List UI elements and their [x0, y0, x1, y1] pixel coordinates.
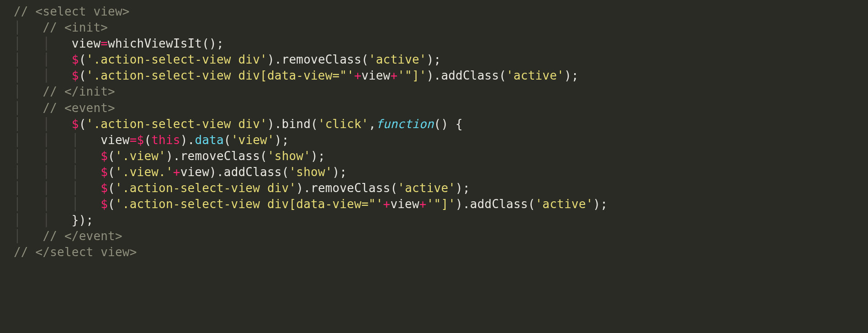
code-line: │ │ }); — [14, 213, 93, 227]
code-token: ); — [427, 53, 441, 66]
code-token: removeClass — [311, 181, 390, 195]
code-token: ); — [311, 149, 325, 163]
code-token: 'show' — [289, 165, 332, 179]
code-token: │ — [14, 101, 42, 115]
code-token: this — [151, 133, 180, 147]
code-token: 'active' — [535, 197, 593, 211]
code-token: = — [101, 37, 108, 50]
code-token: ( — [108, 197, 115, 211]
code-line: │ │ $('.action-select-view div').bind('c… — [14, 117, 463, 131]
code-token: ( — [108, 181, 115, 195]
code-token: ); — [564, 69, 579, 82]
code-line: │ // </init> — [14, 85, 115, 98]
code-token: ( — [108, 149, 115, 163]
code-token: () { — [434, 117, 463, 131]
code-token: addClass — [441, 69, 499, 82]
code-token: 'show' — [267, 149, 311, 163]
code-line: │ // <event> — [14, 101, 115, 115]
code-token: (); — [202, 37, 224, 50]
code-token: bind — [282, 117, 311, 131]
code-token: '.view.' — [115, 165, 173, 179]
code-token: ). — [209, 165, 224, 179]
code-token: 'view' — [231, 133, 275, 147]
code-block: // <select view> │ // <init> │ │ view=wh… — [14, 5, 608, 259]
code-token: ( — [361, 53, 369, 66]
code-line: │ // <init> — [14, 21, 108, 34]
code-token: , — [369, 117, 376, 131]
code-token: $ — [101, 149, 108, 163]
code-token: '.action-select-view div' — [115, 181, 296, 195]
code-token: view — [101, 133, 129, 147]
code-token: $ — [101, 197, 108, 211]
code-token: ( — [79, 53, 86, 66]
code-token: │ — [14, 21, 42, 34]
code-token: $ — [72, 69, 79, 82]
code-token: // <select view> — [14, 5, 130, 18]
code-token: │ │ │ — [14, 149, 101, 163]
code-token: data — [195, 133, 223, 147]
code-token: view — [390, 197, 419, 211]
code-token: │ │ — [14, 69, 72, 82]
code-token: │ │ — [14, 117, 72, 131]
code-token: │ — [14, 229, 42, 243]
code-token: │ — [14, 85, 42, 98]
code-token: │ │ — [14, 213, 72, 227]
code-token: '.action-select-view div' — [86, 117, 267, 131]
code-token: '"]' — [397, 69, 426, 82]
code-token: ). — [296, 181, 311, 195]
code-editor[interactable]: // <select view> │ // <init> │ │ view=wh… — [0, 0, 868, 261]
code-token: ). — [180, 133, 195, 147]
code-token: view — [180, 165, 209, 179]
code-token: addClass — [224, 165, 282, 179]
code-token: 'active' — [369, 53, 427, 66]
code-token: ). — [267, 117, 282, 131]
code-token: $ — [72, 117, 79, 131]
code-token: 'active' — [397, 181, 455, 195]
code-token: '.action-select-view div[data-view="' — [115, 197, 383, 211]
code-token: + — [173, 165, 180, 179]
code-token: // </select view> — [14, 245, 137, 259]
code-line: │ │ $('.action-select-view div[data-view… — [14, 69, 579, 82]
code-line: │ │ │ $('.view.'+view).addClass('show'); — [14, 165, 347, 179]
code-token: ( — [108, 165, 115, 179]
code-token: ( — [79, 69, 86, 82]
code-token: ( — [499, 69, 506, 82]
code-token: │ │ │ — [14, 197, 101, 211]
code-token: '"]' — [427, 197, 455, 211]
code-token: ( — [224, 133, 231, 147]
code-token: // <event> — [42, 101, 115, 115]
code-token: 'active' — [506, 69, 564, 82]
code-token: ); — [593, 197, 608, 211]
code-token: '.view' — [115, 149, 166, 163]
code-token: ( — [79, 117, 86, 131]
code-token: '.action-select-view div' — [86, 53, 267, 66]
code-token: ( — [282, 165, 289, 179]
code-token: removeClass — [180, 149, 260, 163]
code-token: $ — [72, 53, 79, 66]
code-token: ). — [267, 53, 282, 66]
code-token: ( — [144, 133, 151, 147]
code-token: + — [383, 197, 391, 211]
code-line: │ │ │ $('.view').removeClass('show'); — [14, 149, 325, 163]
code-token: '.action-select-view div[data-view="' — [86, 69, 355, 82]
code-token: addClass — [470, 197, 528, 211]
code-line: │ // </event> — [14, 229, 122, 243]
code-token: │ │ — [14, 37, 72, 50]
code-token: = — [130, 133, 137, 147]
code-token: ); — [455, 181, 470, 195]
code-token: view — [72, 37, 101, 50]
code-token: $ — [101, 165, 108, 179]
code-token: function — [376, 117, 434, 131]
code-line: │ │ $('.action-select-view div').removeC… — [14, 53, 441, 66]
code-token: ). — [455, 197, 470, 211]
code-token: // <init> — [42, 21, 108, 34]
code-token: + — [390, 69, 397, 82]
code-token: whichViewIsIt — [108, 37, 202, 50]
code-token: │ │ │ — [14, 133, 101, 147]
code-line: // </select view> — [14, 245, 137, 259]
code-token: │ │ — [14, 53, 72, 66]
code-token: ( — [528, 197, 535, 211]
code-token: ( — [311, 117, 318, 131]
code-token: + — [419, 197, 427, 211]
code-token: │ │ │ — [14, 165, 101, 179]
